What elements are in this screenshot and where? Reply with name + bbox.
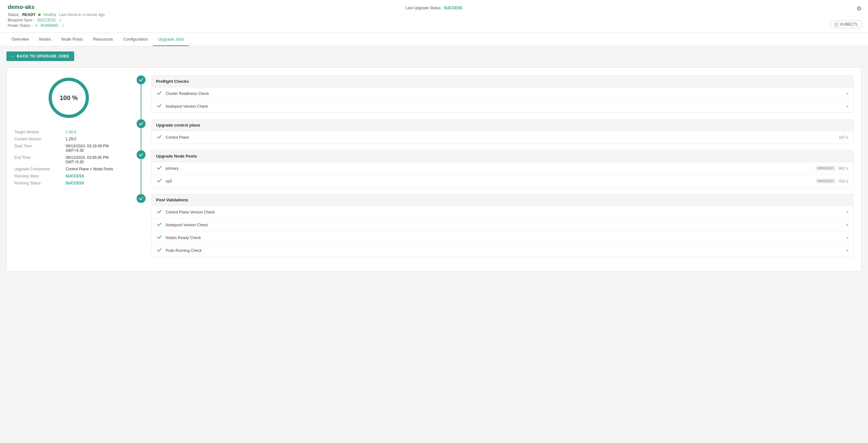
running-state-row: Running State SUCCESS: [14, 174, 123, 178]
check-icon: [157, 222, 162, 228]
running-status-key: Running Status: [14, 181, 66, 185]
step-items-preflight-checks: Cluster Readiness Check▾Nodepool Version…: [151, 87, 854, 113]
item-badge: MANAGED: [815, 179, 836, 183]
step-item-row[interactable]: np5MANAGED410 s: [152, 175, 853, 187]
chevron-down-icon[interactable]: ▾: [846, 104, 848, 109]
current-version-key: Current Version: [14, 137, 66, 141]
step-section-upgrade-control-plane: Upgrade control planeControl Plane197 s: [136, 119, 854, 150]
step-item-row[interactable]: Nodes Ready Check▾: [152, 231, 853, 244]
check-icon: [157, 91, 162, 97]
check-icon: [157, 247, 162, 253]
step-header-upgrade-control-plane: Upgrade control plane: [151, 119, 854, 131]
item-label: primary: [166, 166, 810, 171]
tab-configuration[interactable]: Configuration: [118, 33, 153, 46]
step-item-row[interactable]: Control Plane197 s: [152, 131, 853, 143]
power-status: RUNNING: [41, 23, 59, 28]
step-content-post-validations: Post ValidationsControl Plane Version Ch…: [151, 194, 854, 263]
step-line-upgrade-control-plane: [136, 119, 146, 150]
step-item-row[interactable]: Nodepool Version Check▾: [152, 100, 853, 112]
check-icon: [157, 134, 162, 140]
item-label: Control Plane Version Check: [166, 210, 840, 214]
step-content-upgrade-node-pools: Upgrade Node PoolsprimaryMANAGED841 snp5…: [151, 150, 854, 194]
check-icon: [157, 178, 162, 184]
step-item-row[interactable]: Nodepool Version Check▾: [152, 218, 853, 231]
blueprint-label: Blueprint Sync :: [8, 18, 35, 22]
step-items-post-validations: Control Plane Version Check▾Nodepool Ver…: [151, 206, 854, 257]
blueprint-sync-link[interactable]: SUCCESS: [37, 18, 56, 22]
tab-nodes[interactable]: Nodes: [34, 33, 56, 46]
step-connector-upgrade-control-plane: [141, 128, 142, 150]
step-item-row[interactable]: primaryMANAGED841 s: [152, 162, 853, 175]
step-connector-upgrade-node-pools: [141, 159, 142, 194]
tab-resources[interactable]: Resources: [88, 33, 118, 46]
check-icon: [157, 235, 162, 241]
running-status-row: Running Status SUCCESS: [14, 181, 123, 185]
power-external-icon: ↗: [62, 24, 64, 28]
tab-overview[interactable]: Overview: [6, 33, 34, 46]
step-title-preflight-checks: Preflight Checks: [156, 79, 189, 84]
item-duration: 841 s: [839, 166, 848, 171]
target-version-row: Target Version 1.30.0: [14, 130, 123, 134]
info-table: Target Version 1.30.0 Current Version 1.…: [14, 130, 123, 185]
kubectl-terminal-icon: ⬜: [834, 22, 839, 27]
back-to-upgrade-jobs-button[interactable]: ← BACK TO UPGRADE JOBS: [6, 52, 74, 61]
steps-list: Preflight ChecksCluster Readiness Check▾…: [136, 75, 854, 263]
start-time-row: Start Time 09/13/2024, 03:19:49 PM GMT+5…: [14, 144, 123, 153]
step-title-upgrade-control-plane: Upgrade control plane: [156, 123, 200, 128]
tab-upgrade-jobs[interactable]: Upgrade Jobs: [153, 33, 189, 46]
item-label: Nodepool Version Check: [166, 104, 840, 109]
start-time-val: 09/13/2024, 03:19:49 PM GMT+5:30: [66, 144, 123, 153]
top-header: demo-aks Status: READY Healthy Last chec…: [0, 0, 868, 33]
step-items-upgrade-node-pools: primaryMANAGED841 snp5MANAGED410 s: [151, 162, 854, 188]
status-ready: READY: [22, 12, 35, 17]
item-badge: MANAGED: [815, 166, 836, 171]
step-circle-upgrade-node-pools: [136, 150, 146, 159]
chevron-down-icon[interactable]: ▾: [846, 92, 848, 96]
item-label: Cluster Readiness Check: [166, 92, 840, 96]
step-content-upgrade-control-plane: Upgrade control planeControl Plane197 s: [151, 119, 854, 150]
tab-node-pools[interactable]: Node Pools: [56, 33, 88, 46]
step-connector-preflight-checks: [141, 84, 142, 119]
power-label: Power Status :: [8, 23, 33, 28]
power-refresh-icon: ⟳: [35, 24, 38, 28]
last-upgrade-label: Last Upgrade Status :: [406, 6, 443, 10]
step-header-upgrade-node-pools: Upgrade Node Pools: [151, 150, 854, 162]
chevron-down-icon[interactable]: ▾: [846, 223, 848, 227]
step-circle-upgrade-control-plane: [136, 119, 146, 128]
running-status-val: SUCCESS: [66, 181, 84, 185]
current-version-row: Current Version 1.29.0: [14, 137, 123, 141]
step-title-post-validations: Post Validations: [156, 198, 188, 202]
blueprint-row: Blueprint Sync : SUCCESS ↗: [8, 18, 860, 22]
step-line-post-validations: [136, 194, 146, 263]
chevron-down-icon[interactable]: ▾: [846, 236, 848, 240]
health-dot: [38, 13, 41, 16]
target-version-key: Target Version: [14, 130, 66, 134]
step-content-preflight-checks: Preflight ChecksCluster Readiness Check▾…: [151, 75, 854, 119]
kubectl-button[interactable]: ⬜ KUBECTL: [830, 21, 862, 28]
chevron-down-icon[interactable]: ▾: [846, 248, 848, 253]
kubectl-label: KUBECTL: [840, 22, 858, 27]
status-row: Status: READY Healthy Last check-in a mi…: [8, 12, 860, 17]
power-row: Power Status : ⟳ RUNNING ↗: [8, 23, 860, 28]
step-item-row[interactable]: Pods Running Check▾: [152, 244, 853, 257]
last-upgrade-row: Last Upgrade Status : SUCCESS: [406, 6, 462, 10]
step-line-upgrade-node-pools: [136, 150, 146, 194]
main-content: ← BACK TO UPGRADE JOBS 100 % Target Vers…: [0, 46, 868, 438]
job-detail-container: 100 % Target Version 1.30.0 Current Vers…: [6, 67, 862, 271]
upgrade-component-key: Upgrade Component: [14, 167, 66, 171]
chevron-down-icon[interactable]: ▾: [846, 210, 848, 214]
running-state-val: SUCCESS: [66, 174, 84, 178]
status-label: Status:: [8, 12, 20, 17]
step-items-upgrade-control-plane: Control Plane197 s: [151, 131, 854, 144]
settings-icon[interactable]: ⚙: [857, 5, 862, 12]
item-duration: 197 s: [839, 135, 848, 140]
step-item-row[interactable]: Cluster Readiness Check▾: [152, 87, 853, 100]
step-item-row[interactable]: Control Plane Version Check▾: [152, 206, 853, 218]
item-duration: 410 s: [839, 179, 848, 183]
progress-circle-container: 100 %: [14, 75, 123, 120]
current-version-val: 1.29.0: [66, 137, 76, 141]
end-time-key: End Time: [14, 155, 66, 164]
progress-circle: 100 %: [46, 75, 91, 120]
item-label: Control Plane: [166, 135, 836, 140]
tabs-bar: Overview Nodes Node Pools Resources Conf…: [0, 33, 868, 46]
